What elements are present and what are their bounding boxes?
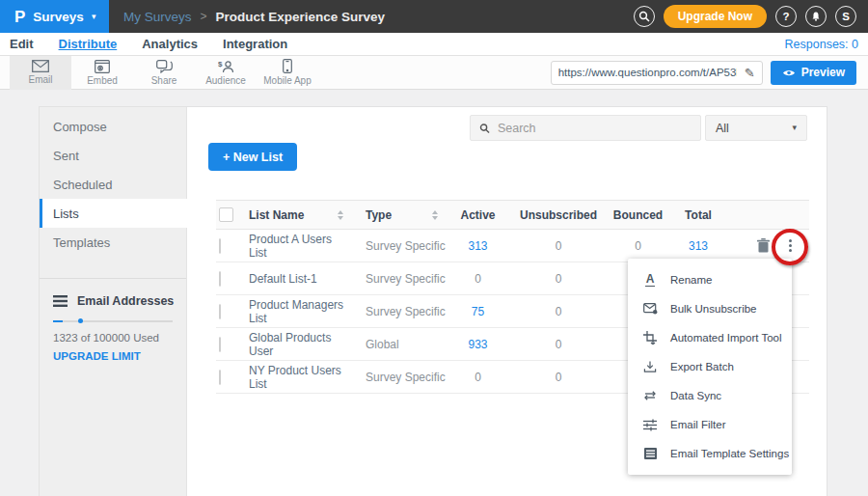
row-checkbox[interactable] [219,238,221,254]
questionpro-logo-icon: P [14,9,25,25]
questionpro-distribute-page: P Surveys ▾ My Surveys > Product Experie… [0,0,868,496]
toolbar-tab-share[interactable]: Share [133,56,195,90]
preview-button[interactable]: Preview [771,61,856,85]
toolbar-tab-email[interactable]: Email [10,56,71,90]
help-button[interactable]: ? [775,6,797,27]
unsubscribed-count: 0 [510,272,607,286]
new-list-button[interactable]: + New List [208,143,297,171]
list-type: Survey Specific [351,371,446,384]
list-name[interactable]: Global Products User [249,331,351,358]
col-active: Active [446,208,510,222]
table-header: List Name Type Active Unsubscribed Bounc… [216,200,809,230]
menu-item-label: Email Filter [670,419,726,430]
toolbar-tab-label: Share [151,75,177,86]
menu-item-label: Rename [670,274,712,286]
sidebar-item-scheduled[interactable]: Scheduled [40,170,186,199]
sidebar-item-compose[interactable]: Compose [40,112,186,141]
global-search-button[interactable] [634,6,655,27]
breadcrumb-current: Product Experience Survey [216,10,386,24]
sidebar-divider [40,278,186,279]
export-batch-icon [642,360,658,373]
sort-type-icon[interactable] [432,210,438,220]
email-icon [32,60,49,72]
menu-item-rename[interactable]: A Rename [628,265,792,294]
row-checkbox[interactable] [219,370,221,385]
upgrade-limit-link[interactable]: UPGRADE LIMIT [40,350,186,362]
row-checkbox[interactable] [219,271,221,287]
tab-analytics[interactable]: Analytics [142,37,198,51]
responses-count[interactable]: Responses: 0 [785,38,858,51]
sort-list-name-icon[interactable] [338,210,343,220]
avatar[interactable]: S [835,6,856,27]
sidebar-item-sent[interactable]: Sent [40,141,186,170]
survey-url-value[interactable]: https://www.questionpro.com/t/AP53kZgfo [558,67,737,78]
email-filter-icon [642,419,658,431]
email-usage-text: 1323 of 100000 Used [40,332,186,344]
list-search[interactable] [470,115,701,141]
menu-item-label: Bulk Unsubscribe [670,303,756,315]
tab-distribute[interactable]: Distribute [59,37,118,51]
active-count[interactable]: 933 [446,338,510,351]
active-count: 0 [446,272,510,286]
toolbar-tab-label: Email [28,74,52,85]
upgrade-now-button[interactable]: Upgrade Now [664,5,767,28]
toolbar-tab-embed[interactable]: Embed [71,56,133,90]
list-name[interactable]: Product Managers List [249,298,351,325]
list-type: Global [351,338,446,351]
mobile-app-icon [283,59,292,73]
menu-item-automated-import[interactable]: Automated Import Tool [628,323,792,352]
select-all-checkbox[interactable] [219,207,233,222]
embed-icon [95,60,110,73]
sidebar-item-lists[interactable]: Lists [40,199,187,228]
product-switcher[interactable]: P Surveys ▾ [0,0,109,33]
active-count[interactable]: 313 [446,239,510,253]
row-checkbox[interactable] [219,304,221,319]
list-name[interactable]: NY Product Users List [249,364,351,391]
delete-list-button[interactable] [757,238,770,253]
filter-value: All [716,122,729,135]
search-input[interactable] [498,122,692,135]
list-type: Survey Specific [351,305,446,318]
col-bounced: Bounced [607,208,669,222]
edit-url-icon[interactable]: ✎ [745,66,755,80]
sidebar-item-templates[interactable]: Templates [40,228,186,257]
app-bar: P Surveys ▾ My Surveys > Product Experie… [0,0,868,33]
active-count[interactable]: 75 [446,305,510,318]
col-type: Type [366,208,392,222]
unsubscribed-count: 0 [510,239,607,253]
search-icon [638,11,650,22]
toolbar-tab-audience[interactable]: $ Audience [195,56,257,90]
unsubscribed-count: 0 [510,371,607,384]
notifications-button[interactable] [805,6,827,27]
unsubscribed-count: 0 [510,338,607,351]
appbar-actions: Upgrade Now ? S [634,5,868,28]
survey-url-field[interactable]: https://www.questionpro.com/t/AP53kZgfo … [551,61,763,85]
toolbar-tab-mobile-app[interactable]: Mobile App [257,56,318,90]
list-name[interactable]: Default List-1 [249,272,351,286]
preview-label: Preview [801,66,845,79]
menu-item-email-filter[interactable]: Email Filter [628,410,792,439]
email-template-settings-icon [642,448,658,459]
row-checkbox[interactable] [219,337,221,352]
breadcrumb: My Surveys > Product Experience Survey [123,10,385,24]
toolbar-tab-label: Audience [205,75,246,86]
audience-icon: $ [218,60,234,73]
svg-text:$: $ [218,60,223,69]
total-count[interactable]: 313 [669,239,727,253]
menu-item-label: Automated Import Tool [670,332,782,344]
breadcrumb-separator: > [201,10,207,23]
menu-item-data-sync[interactable]: Data Sync [628,381,792,410]
product-name: Surveys [33,10,84,24]
breadcrumb-parent[interactable]: My Surveys [123,10,192,24]
menu-item-email-template-settings[interactable]: Email Template Settings [628,439,792,468]
row-menu-button[interactable] [787,237,794,254]
tab-edit[interactable]: Edit [10,37,34,51]
tab-integration[interactable]: Integration [223,37,287,51]
bounced-count: 0 [607,239,669,253]
menu-item-bulk-unsubscribe[interactable]: Bulk Unsubscribe [628,294,792,323]
list-type-filter[interactable]: All ▾ [705,115,807,141]
menu-item-export-batch[interactable]: Export Batch [628,352,792,381]
rename-icon: A [642,273,658,287]
survey-nav: Edit Distribute Analytics Integration Re… [0,33,868,56]
list-name[interactable]: Product A Users List [249,233,351,260]
